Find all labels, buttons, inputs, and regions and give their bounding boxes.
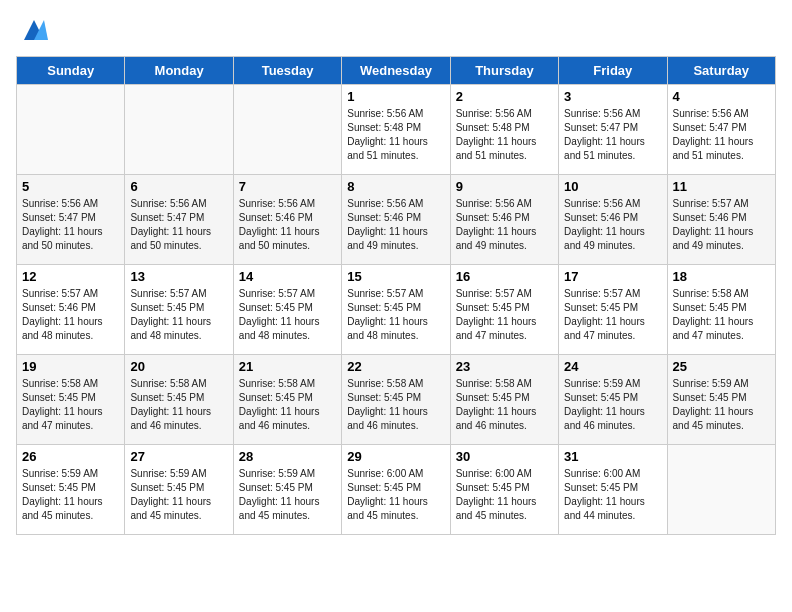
header-saturday: Saturday: [667, 57, 775, 85]
calendar-cell: 5Sunrise: 5:56 AM Sunset: 5:47 PM Daylig…: [17, 175, 125, 265]
header-tuesday: Tuesday: [233, 57, 341, 85]
calendar-cell: 17Sunrise: 5:57 AM Sunset: 5:45 PM Dayli…: [559, 265, 667, 355]
day-number: 29: [347, 449, 444, 464]
day-info: Sunrise: 5:56 AM Sunset: 5:47 PM Dayligh…: [673, 107, 770, 163]
calendar-cell: 31Sunrise: 6:00 AM Sunset: 5:45 PM Dayli…: [559, 445, 667, 535]
day-number: 11: [673, 179, 770, 194]
day-number: 31: [564, 449, 661, 464]
day-number: 10: [564, 179, 661, 194]
calendar-cell: 13Sunrise: 5:57 AM Sunset: 5:45 PM Dayli…: [125, 265, 233, 355]
day-info: Sunrise: 5:56 AM Sunset: 5:48 PM Dayligh…: [456, 107, 553, 163]
day-info: Sunrise: 5:59 AM Sunset: 5:45 PM Dayligh…: [239, 467, 336, 523]
day-number: 1: [347, 89, 444, 104]
calendar-week-4: 19Sunrise: 5:58 AM Sunset: 5:45 PM Dayli…: [17, 355, 776, 445]
day-number: 5: [22, 179, 119, 194]
day-info: Sunrise: 5:58 AM Sunset: 5:45 PM Dayligh…: [239, 377, 336, 433]
calendar-cell: 24Sunrise: 5:59 AM Sunset: 5:45 PM Dayli…: [559, 355, 667, 445]
calendar-cell: 28Sunrise: 5:59 AM Sunset: 5:45 PM Dayli…: [233, 445, 341, 535]
day-number: 7: [239, 179, 336, 194]
day-info: Sunrise: 5:58 AM Sunset: 5:45 PM Dayligh…: [673, 287, 770, 343]
calendar-table: SundayMondayTuesdayWednesdayThursdayFrid…: [16, 56, 776, 535]
day-info: Sunrise: 5:56 AM Sunset: 5:47 PM Dayligh…: [22, 197, 119, 253]
day-info: Sunrise: 5:57 AM Sunset: 5:46 PM Dayligh…: [22, 287, 119, 343]
calendar-cell: 19Sunrise: 5:58 AM Sunset: 5:45 PM Dayli…: [17, 355, 125, 445]
day-info: Sunrise: 5:57 AM Sunset: 5:45 PM Dayligh…: [456, 287, 553, 343]
day-info: Sunrise: 5:57 AM Sunset: 5:45 PM Dayligh…: [564, 287, 661, 343]
day-info: Sunrise: 5:56 AM Sunset: 5:47 PM Dayligh…: [564, 107, 661, 163]
calendar-cell: 21Sunrise: 5:58 AM Sunset: 5:45 PM Dayli…: [233, 355, 341, 445]
day-number: 20: [130, 359, 227, 374]
calendar-header-row: SundayMondayTuesdayWednesdayThursdayFrid…: [17, 57, 776, 85]
day-info: Sunrise: 5:57 AM Sunset: 5:45 PM Dayligh…: [239, 287, 336, 343]
calendar-cell: 3Sunrise: 5:56 AM Sunset: 5:47 PM Daylig…: [559, 85, 667, 175]
day-info: Sunrise: 5:56 AM Sunset: 5:47 PM Dayligh…: [130, 197, 227, 253]
day-info: Sunrise: 5:58 AM Sunset: 5:45 PM Dayligh…: [130, 377, 227, 433]
calendar-cell: 20Sunrise: 5:58 AM Sunset: 5:45 PM Dayli…: [125, 355, 233, 445]
calendar-cell: 2Sunrise: 5:56 AM Sunset: 5:48 PM Daylig…: [450, 85, 558, 175]
calendar-cell: 27Sunrise: 5:59 AM Sunset: 5:45 PM Dayli…: [125, 445, 233, 535]
calendar-cell: [17, 85, 125, 175]
calendar-cell: 7Sunrise: 5:56 AM Sunset: 5:46 PM Daylig…: [233, 175, 341, 265]
day-info: Sunrise: 6:00 AM Sunset: 5:45 PM Dayligh…: [347, 467, 444, 523]
calendar-cell: 6Sunrise: 5:56 AM Sunset: 5:47 PM Daylig…: [125, 175, 233, 265]
day-number: 4: [673, 89, 770, 104]
day-number: 19: [22, 359, 119, 374]
calendar-cell: 18Sunrise: 5:58 AM Sunset: 5:45 PM Dayli…: [667, 265, 775, 355]
day-info: Sunrise: 5:56 AM Sunset: 5:48 PM Dayligh…: [347, 107, 444, 163]
day-info: Sunrise: 5:59 AM Sunset: 5:45 PM Dayligh…: [22, 467, 119, 523]
day-number: 25: [673, 359, 770, 374]
day-info: Sunrise: 5:57 AM Sunset: 5:46 PM Dayligh…: [673, 197, 770, 253]
day-number: 17: [564, 269, 661, 284]
day-info: Sunrise: 5:56 AM Sunset: 5:46 PM Dayligh…: [347, 197, 444, 253]
day-info: Sunrise: 5:56 AM Sunset: 5:46 PM Dayligh…: [564, 197, 661, 253]
day-number: 15: [347, 269, 444, 284]
day-number: 12: [22, 269, 119, 284]
day-info: Sunrise: 5:58 AM Sunset: 5:45 PM Dayligh…: [22, 377, 119, 433]
calendar-cell: 26Sunrise: 5:59 AM Sunset: 5:45 PM Dayli…: [17, 445, 125, 535]
day-number: 3: [564, 89, 661, 104]
day-number: 16: [456, 269, 553, 284]
calendar-week-1: 1Sunrise: 5:56 AM Sunset: 5:48 PM Daylig…: [17, 85, 776, 175]
logo-icon: [20, 16, 48, 44]
calendar-cell: 29Sunrise: 6:00 AM Sunset: 5:45 PM Dayli…: [342, 445, 450, 535]
day-info: Sunrise: 5:58 AM Sunset: 5:45 PM Dayligh…: [347, 377, 444, 433]
day-info: Sunrise: 6:00 AM Sunset: 5:45 PM Dayligh…: [564, 467, 661, 523]
calendar-cell: 1Sunrise: 5:56 AM Sunset: 5:48 PM Daylig…: [342, 85, 450, 175]
calendar-cell: 12Sunrise: 5:57 AM Sunset: 5:46 PM Dayli…: [17, 265, 125, 355]
header-friday: Friday: [559, 57, 667, 85]
calendar-cell: 9Sunrise: 5:56 AM Sunset: 5:46 PM Daylig…: [450, 175, 558, 265]
calendar-cell: 4Sunrise: 5:56 AM Sunset: 5:47 PM Daylig…: [667, 85, 775, 175]
calendar-week-5: 26Sunrise: 5:59 AM Sunset: 5:45 PM Dayli…: [17, 445, 776, 535]
calendar-cell: 25Sunrise: 5:59 AM Sunset: 5:45 PM Dayli…: [667, 355, 775, 445]
calendar-week-3: 12Sunrise: 5:57 AM Sunset: 5:46 PM Dayli…: [17, 265, 776, 355]
calendar-week-2: 5Sunrise: 5:56 AM Sunset: 5:47 PM Daylig…: [17, 175, 776, 265]
day-number: 6: [130, 179, 227, 194]
calendar-cell: [667, 445, 775, 535]
day-number: 26: [22, 449, 119, 464]
calendar-cell: 15Sunrise: 5:57 AM Sunset: 5:45 PM Dayli…: [342, 265, 450, 355]
day-info: Sunrise: 5:56 AM Sunset: 5:46 PM Dayligh…: [456, 197, 553, 253]
day-info: Sunrise: 5:56 AM Sunset: 5:46 PM Dayligh…: [239, 197, 336, 253]
day-number: 14: [239, 269, 336, 284]
day-number: 23: [456, 359, 553, 374]
calendar-cell: 30Sunrise: 6:00 AM Sunset: 5:45 PM Dayli…: [450, 445, 558, 535]
day-info: Sunrise: 5:59 AM Sunset: 5:45 PM Dayligh…: [564, 377, 661, 433]
day-info: Sunrise: 5:57 AM Sunset: 5:45 PM Dayligh…: [130, 287, 227, 343]
day-info: Sunrise: 6:00 AM Sunset: 5:45 PM Dayligh…: [456, 467, 553, 523]
calendar-cell: 11Sunrise: 5:57 AM Sunset: 5:46 PM Dayli…: [667, 175, 775, 265]
calendar-cell: [233, 85, 341, 175]
header-sunday: Sunday: [17, 57, 125, 85]
header-monday: Monday: [125, 57, 233, 85]
day-info: Sunrise: 5:58 AM Sunset: 5:45 PM Dayligh…: [456, 377, 553, 433]
calendar-cell: 8Sunrise: 5:56 AM Sunset: 5:46 PM Daylig…: [342, 175, 450, 265]
day-info: Sunrise: 5:59 AM Sunset: 5:45 PM Dayligh…: [130, 467, 227, 523]
day-info: Sunrise: 5:57 AM Sunset: 5:45 PM Dayligh…: [347, 287, 444, 343]
day-number: 28: [239, 449, 336, 464]
header-thursday: Thursday: [450, 57, 558, 85]
day-number: 27: [130, 449, 227, 464]
day-number: 18: [673, 269, 770, 284]
calendar-cell: 23Sunrise: 5:58 AM Sunset: 5:45 PM Dayli…: [450, 355, 558, 445]
calendar-cell: 10Sunrise: 5:56 AM Sunset: 5:46 PM Dayli…: [559, 175, 667, 265]
day-number: 22: [347, 359, 444, 374]
day-number: 24: [564, 359, 661, 374]
